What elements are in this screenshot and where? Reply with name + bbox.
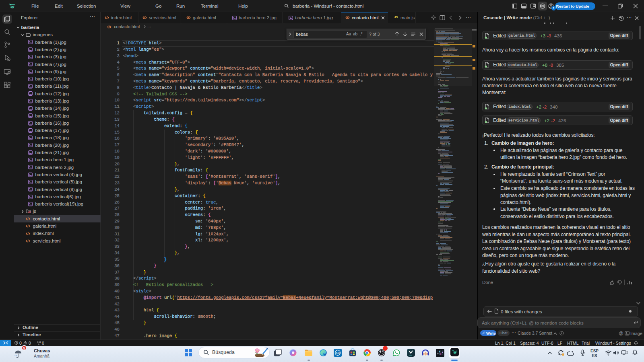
svg-text:JS: JS	[28, 211, 31, 213]
svg-text:DELL: DELL	[335, 352, 340, 354]
